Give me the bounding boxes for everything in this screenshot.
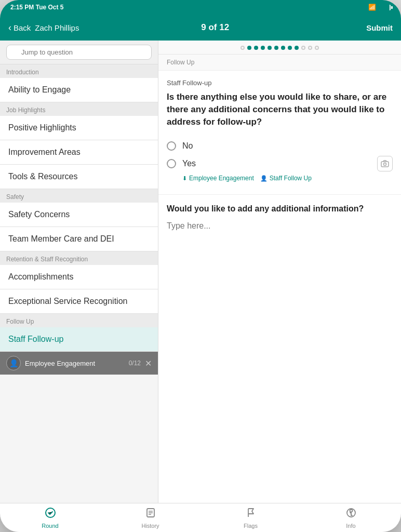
bottom-bar-label: Employee Engagement [25, 360, 125, 367]
tab-flags-label: Flags [244, 523, 258, 529]
status-right: 📶 [368, 4, 391, 11]
progress-label: 9 of 12 [79, 22, 351, 33]
tab-history-label: History [141, 523, 159, 529]
sidebar-search-wrapper: 🔍 [0, 41, 158, 64]
tab-info-icon [345, 507, 357, 521]
tab-flags-icon [245, 507, 257, 521]
radio-option-no[interactable]: No [167, 136, 393, 156]
back-label: Back [14, 23, 31, 32]
dot-5 [268, 46, 272, 50]
tag-icon-1: ⬇ [182, 175, 187, 182]
question-sublabel: Staff Follow-up [167, 79, 393, 87]
submit-button[interactable]: Submit [351, 23, 393, 32]
sidebar-item-safety-concerns[interactable]: Safety Concerns [0, 203, 158, 227]
tab-info-label: Info [346, 523, 355, 529]
main-content: 🔍 Introduction Ability to Engage Job Hig… [0, 41, 401, 503]
sidebar-item-accomplishments[interactable]: Accomplishments [0, 265, 158, 289]
avatar-icon: 👤 [9, 359, 18, 367]
radio-label-no: No [182, 141, 193, 151]
back-arrow-icon: ‹ [8, 23, 11, 32]
dot-7 [281, 46, 285, 50]
tag-employee-engagement: ⬇ Employee Engagement [182, 175, 254, 182]
svg-rect-0 [381, 162, 389, 167]
yes-row[interactable]: Yes [167, 156, 393, 171]
dot-9 [295, 46, 299, 50]
tab-round-icon [45, 507, 56, 521]
tab-history[interactable]: History [100, 503, 200, 532]
section-header-follow-up: Follow Up [0, 314, 158, 327]
dot-6 [274, 46, 278, 50]
question-block-2: Would you like to add any additional inf… [158, 195, 401, 296]
device-frame: 2:15 PM Tue Oct 5 📶 ‹ Back Zach Phillips… [0, 0, 401, 532]
section-header-retention: Retention & Staff Recognition [0, 251, 158, 265]
sidebar-item-tools-resources[interactable]: Tools & Resources [0, 165, 158, 189]
question-block-1: Staff Follow-up Is there anything else y… [158, 71, 401, 195]
section-label: Follow Up [158, 55, 401, 71]
tag-label-2: Staff Follow Up [270, 175, 312, 182]
back-button[interactable]: ‹ Back Zach Phillips [8, 23, 79, 32]
dot-3 [254, 46, 258, 50]
wifi-icon: 📶 [368, 4, 376, 11]
sidebar-item-positive-highlights[interactable]: Positive Highlights [0, 116, 158, 140]
dot-11 [308, 46, 312, 50]
additional-info-textarea[interactable] [167, 221, 393, 284]
radio-label-yes: Yes [182, 159, 196, 168]
tab-flags[interactable]: Flags [200, 503, 301, 532]
dot-1 [240, 46, 245, 50]
header: ‹ Back Zach Phillips 9 of 12 Submit [0, 15, 401, 41]
yes-row-left: Yes [167, 159, 196, 168]
radio-circle-yes [167, 159, 176, 168]
sidebar-item-exceptional-service[interactable]: Exceptional Service Recognition [0, 289, 158, 314]
dot-10 [301, 46, 305, 50]
search-input[interactable] [6, 45, 152, 60]
section-header-introduction: Introduction [0, 64, 158, 78]
bottom-bar-avatar: 👤 [6, 356, 21, 370]
tab-info[interactable]: Info [301, 503, 401, 532]
bottom-bar-count: 0/12 [129, 360, 141, 367]
right-panel: Follow Up Staff Follow-up Is there anyth… [158, 41, 401, 503]
tab-bar: Round History Flags [0, 503, 401, 532]
tab-round[interactable]: Round [0, 503, 100, 532]
status-time: 2:15 PM Tue Oct 5 [10, 4, 63, 11]
radio-circle-no [167, 141, 176, 151]
camera-icon[interactable] [377, 156, 393, 171]
section-header-safety: Safety [0, 189, 158, 203]
sidebar-item-ability-to-engage[interactable]: Ability to Engage [0, 78, 158, 102]
sidebar-item-team-member-care[interactable]: Team Member Care and DEI [0, 227, 158, 251]
progress-dots [158, 41, 401, 55]
tag-icon-2: 👤 [260, 175, 268, 182]
tab-history-icon [145, 507, 156, 521]
battery-icon [379, 5, 391, 10]
tag-staff-follow-up: 👤 Staff Follow Up [260, 175, 312, 182]
tab-round-label: Round [42, 523, 58, 529]
content-scroll: Follow Up Staff Follow-up Is there anyth… [158, 55, 401, 503]
dot-4 [261, 46, 265, 50]
tag-row: ⬇ Employee Engagement 👤 Staff Follow Up [167, 171, 393, 184]
radio-option-yes-wrapper: Yes ⬇ [167, 156, 393, 184]
dot-2 [247, 46, 251, 50]
search-field-wrapper: 🔍 [6, 45, 152, 60]
bottom-engagement-bar: 👤 Employee Engagement 0/12 ✕ [0, 352, 158, 375]
person-name: Zach Phillips [35, 23, 79, 32]
sidebar-item-improvement-areas[interactable]: Improvement Areas [0, 140, 158, 165]
sidebar: 🔍 Introduction Ability to Engage Job Hig… [0, 41, 158, 503]
tag-label-1: Employee Engagement [189, 175, 254, 182]
question-text-1: Is there anything else you would like to… [167, 91, 393, 128]
svg-point-1 [384, 163, 386, 166]
section-header-job-highlights: Job Highlights [0, 102, 158, 116]
svg-point-7 [350, 509, 352, 512]
dot-8 [288, 46, 292, 50]
status-bar: 2:15 PM Tue Oct 5 📶 [0, 0, 401, 15]
bottom-bar-close-button[interactable]: ✕ [145, 358, 152, 368]
sidebar-item-staff-follow-up[interactable]: Staff Follow-up [0, 327, 158, 352]
dot-12 [315, 46, 319, 50]
question-text-2: Would you like to add any additional inf… [167, 203, 393, 215]
